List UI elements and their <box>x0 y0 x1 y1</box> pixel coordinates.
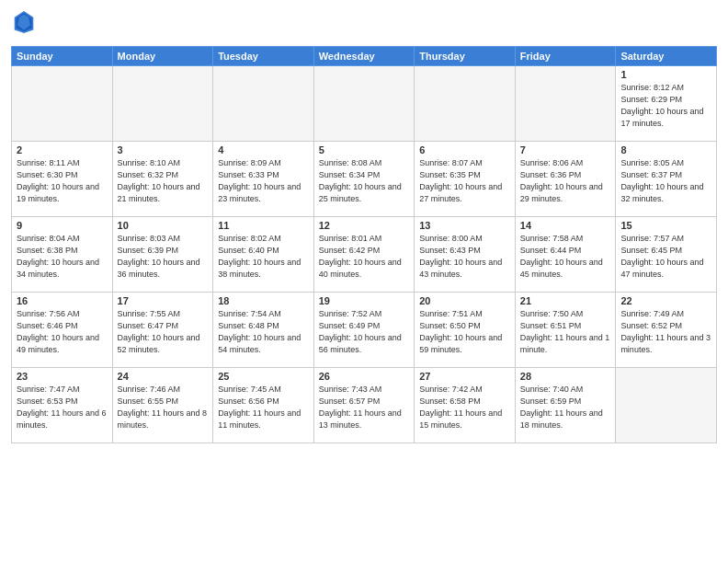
weekday-header-thursday: Thursday <box>415 47 516 66</box>
day-cell: 8Sunrise: 8:05 AM Sunset: 6:37 PM Daylig… <box>616 142 717 217</box>
day-number: 8 <box>620 144 711 155</box>
day-number: 27 <box>419 371 510 382</box>
weekday-header-row: SundayMondayTuesdayWednesdayThursdayFrid… <box>12 47 717 66</box>
day-number: 1 <box>620 69 711 80</box>
day-cell: 6Sunrise: 8:07 AM Sunset: 6:35 PM Daylig… <box>415 142 516 217</box>
day-info: Sunrise: 7:42 AM Sunset: 6:58 PM Dayligh… <box>419 384 510 431</box>
day-cell: 7Sunrise: 8:06 AM Sunset: 6:36 PM Daylig… <box>515 142 616 217</box>
day-info: Sunrise: 8:01 AM Sunset: 6:42 PM Dayligh… <box>319 233 410 281</box>
day-cell: 12Sunrise: 8:01 AM Sunset: 6:42 PM Dayli… <box>313 217 415 293</box>
day-info: Sunrise: 8:10 AM Sunset: 6:32 PM Dayligh… <box>118 157 209 205</box>
weekday-header-tuesday: Tuesday <box>213 47 314 66</box>
day-cell: 19Sunrise: 7:52 AM Sunset: 6:49 PM Dayli… <box>313 293 415 368</box>
day-info: Sunrise: 8:05 AM Sunset: 6:37 PM Dayligh… <box>620 157 711 205</box>
day-info: Sunrise: 7:55 AM Sunset: 6:47 PM Dayligh… <box>118 308 209 356</box>
day-info: Sunrise: 7:49 AM Sunset: 6:52 PM Dayligh… <box>620 308 711 356</box>
day-cell <box>12 66 113 142</box>
week-row-5: 23Sunrise: 7:47 AM Sunset: 6:53 PM Dayli… <box>12 368 717 443</box>
day-info: Sunrise: 8:08 AM Sunset: 6:34 PM Dayligh… <box>319 157 410 205</box>
day-info: Sunrise: 8:09 AM Sunset: 6:33 PM Dayligh… <box>218 157 309 205</box>
day-cell <box>415 66 516 142</box>
day-cell: 23Sunrise: 7:47 AM Sunset: 6:53 PM Dayli… <box>12 368 113 443</box>
day-info: Sunrise: 7:43 AM Sunset: 6:57 PM Dayligh… <box>319 384 410 431</box>
day-cell: 1Sunrise: 8:12 AM Sunset: 6:29 PM Daylig… <box>616 66 717 142</box>
day-info: Sunrise: 7:51 AM Sunset: 6:50 PM Dayligh… <box>419 308 510 356</box>
day-cell: 10Sunrise: 8:03 AM Sunset: 6:39 PM Dayli… <box>112 217 213 293</box>
day-cell: 13Sunrise: 8:00 AM Sunset: 6:43 PM Dayli… <box>415 217 516 293</box>
day-cell: 20Sunrise: 7:51 AM Sunset: 6:50 PM Dayli… <box>415 293 516 368</box>
day-cell: 17Sunrise: 7:55 AM Sunset: 6:47 PM Dayli… <box>112 293 213 368</box>
day-cell <box>213 66 314 142</box>
day-number: 15 <box>620 220 711 231</box>
day-cell <box>515 66 616 142</box>
day-info: Sunrise: 7:52 AM Sunset: 6:49 PM Dayligh… <box>319 308 410 356</box>
day-number: 12 <box>319 220 410 231</box>
page: SundayMondayTuesdayWednesdayThursdayFrid… <box>0 0 728 563</box>
day-info: Sunrise: 7:57 AM Sunset: 6:45 PM Dayligh… <box>620 233 711 281</box>
week-row-2: 2Sunrise: 8:11 AM Sunset: 6:30 PM Daylig… <box>12 142 717 217</box>
day-number: 10 <box>118 220 209 231</box>
day-info: Sunrise: 7:56 AM Sunset: 6:46 PM Dayligh… <box>17 308 108 356</box>
day-cell: 5Sunrise: 8:08 AM Sunset: 6:34 PM Daylig… <box>313 142 415 217</box>
day-cell: 3Sunrise: 8:10 AM Sunset: 6:32 PM Daylig… <box>112 142 213 217</box>
day-cell: 15Sunrise: 7:57 AM Sunset: 6:45 PM Dayli… <box>616 217 717 293</box>
day-info: Sunrise: 8:07 AM Sunset: 6:35 PM Dayligh… <box>419 157 510 205</box>
day-cell: 11Sunrise: 8:02 AM Sunset: 6:40 PM Dayli… <box>213 217 314 293</box>
day-number: 13 <box>419 220 510 231</box>
day-number: 17 <box>118 295 209 306</box>
day-cell: 25Sunrise: 7:45 AM Sunset: 6:56 PM Dayli… <box>213 368 314 443</box>
week-row-1: 1Sunrise: 8:12 AM Sunset: 6:29 PM Daylig… <box>12 66 717 142</box>
weekday-header-wednesday: Wednesday <box>313 47 415 66</box>
day-cell <box>112 66 213 142</box>
day-number: 21 <box>520 295 611 306</box>
day-number: 9 <box>17 220 108 231</box>
day-number: 22 <box>620 295 711 306</box>
day-info: Sunrise: 8:02 AM Sunset: 6:40 PM Dayligh… <box>218 233 309 281</box>
day-number: 6 <box>419 144 510 155</box>
day-cell: 21Sunrise: 7:50 AM Sunset: 6:51 PM Dayli… <box>515 293 616 368</box>
day-info: Sunrise: 7:50 AM Sunset: 6:51 PM Dayligh… <box>520 308 611 356</box>
header <box>11 9 717 39</box>
day-number: 14 <box>520 220 611 231</box>
day-cell: 24Sunrise: 7:46 AM Sunset: 6:55 PM Dayli… <box>112 368 213 443</box>
day-number: 2 <box>17 144 108 155</box>
day-number: 20 <box>419 295 510 306</box>
weekday-header-sunday: Sunday <box>12 47 113 66</box>
day-number: 3 <box>118 144 209 155</box>
week-row-3: 9Sunrise: 8:04 AM Sunset: 6:38 PM Daylig… <box>12 217 717 293</box>
day-cell: 27Sunrise: 7:42 AM Sunset: 6:58 PM Dayli… <box>415 368 516 443</box>
day-number: 28 <box>520 371 611 382</box>
day-number: 23 <box>17 371 108 382</box>
day-info: Sunrise: 7:54 AM Sunset: 6:48 PM Dayligh… <box>218 308 309 356</box>
day-cell: 2Sunrise: 8:11 AM Sunset: 6:30 PM Daylig… <box>12 142 113 217</box>
day-info: Sunrise: 7:46 AM Sunset: 6:55 PM Dayligh… <box>118 384 209 431</box>
day-info: Sunrise: 8:04 AM Sunset: 6:38 PM Dayligh… <box>17 233 108 281</box>
day-info: Sunrise: 7:45 AM Sunset: 6:56 PM Dayligh… <box>218 384 309 431</box>
day-cell: 22Sunrise: 7:49 AM Sunset: 6:52 PM Dayli… <box>616 293 717 368</box>
day-info: Sunrise: 7:58 AM Sunset: 6:44 PM Dayligh… <box>520 233 611 281</box>
day-cell <box>616 368 717 443</box>
day-info: Sunrise: 8:00 AM Sunset: 6:43 PM Dayligh… <box>419 233 510 281</box>
day-cell: 16Sunrise: 7:56 AM Sunset: 6:46 PM Dayli… <box>12 293 113 368</box>
weekday-header-monday: Monday <box>112 47 213 66</box>
day-cell: 26Sunrise: 7:43 AM Sunset: 6:57 PM Dayli… <box>313 368 415 443</box>
calendar: SundayMondayTuesdayWednesdayThursdayFrid… <box>11 46 717 443</box>
day-info: Sunrise: 8:11 AM Sunset: 6:30 PM Dayligh… <box>17 157 108 205</box>
day-info: Sunrise: 7:40 AM Sunset: 6:59 PM Dayligh… <box>520 384 611 431</box>
day-cell: 4Sunrise: 8:09 AM Sunset: 6:33 PM Daylig… <box>213 142 314 217</box>
weekday-header-saturday: Saturday <box>616 47 717 66</box>
logo <box>11 9 39 39</box>
day-number: 26 <box>319 371 410 382</box>
day-info: Sunrise: 7:47 AM Sunset: 6:53 PM Dayligh… <box>17 384 108 431</box>
day-info: Sunrise: 8:12 AM Sunset: 6:29 PM Dayligh… <box>620 82 711 130</box>
day-info: Sunrise: 8:03 AM Sunset: 6:39 PM Dayligh… <box>118 233 209 281</box>
day-number: 24 <box>118 371 209 382</box>
logo-icon <box>13 9 35 35</box>
week-row-4: 16Sunrise: 7:56 AM Sunset: 6:46 PM Dayli… <box>12 293 717 368</box>
day-number: 19 <box>319 295 410 306</box>
day-cell: 18Sunrise: 7:54 AM Sunset: 6:48 PM Dayli… <box>213 293 314 368</box>
day-cell: 14Sunrise: 7:58 AM Sunset: 6:44 PM Dayli… <box>515 217 616 293</box>
day-number: 5 <box>319 144 410 155</box>
day-number: 16 <box>17 295 108 306</box>
day-number: 18 <box>218 295 309 306</box>
